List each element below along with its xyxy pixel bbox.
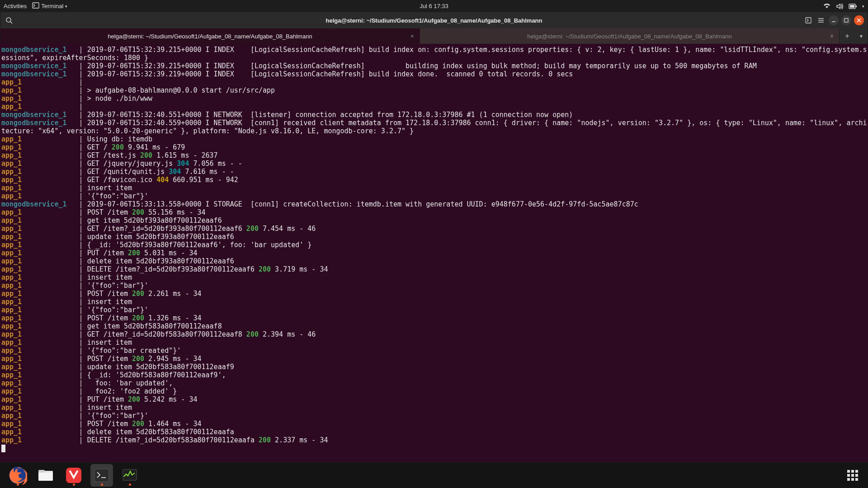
terminal-tab-2[interactable]: helga@sterni: ~/Studium/Geosoft1/Aufgabe… xyxy=(420,28,840,44)
svg-rect-12 xyxy=(94,469,109,482)
svg-rect-3 xyxy=(850,5,854,8)
svg-rect-11 xyxy=(66,468,81,483)
tab-label: helga@sterni: ~/Studium/Geosoft1/Aufgabe… xyxy=(108,33,312,40)
svg-rect-9 xyxy=(38,470,45,473)
hamburger-menu[interactable] xyxy=(816,15,826,25)
dock xyxy=(0,463,868,488)
search-button[interactable] xyxy=(4,15,14,25)
close-button[interactable] xyxy=(854,15,864,25)
clock[interactable]: Jul 6 17:33 xyxy=(420,3,448,9)
show-applications[interactable] xyxy=(847,470,858,481)
svg-rect-2 xyxy=(856,5,857,7)
maximize-button[interactable] xyxy=(841,15,851,25)
volume-icon[interactable] xyxy=(836,3,843,10)
svg-rect-0 xyxy=(33,3,39,8)
window-headerbar: helga@sterni: ~/Studium/Geosoft1/Aufgabe… xyxy=(0,12,868,28)
svg-point-4 xyxy=(6,18,11,22)
close-icon[interactable]: × xyxy=(830,33,834,40)
dock-vivaldi[interactable] xyxy=(62,464,85,487)
new-tab-button[interactable] xyxy=(803,15,813,25)
gnome-top-bar: Activities Terminal ▾ Jul 6 17:33 ▾ xyxy=(0,0,868,12)
window-title: helga@sterni: ~/Studium/Geosoft1/Aufgabe… xyxy=(326,17,542,24)
chevron-down-icon: ▾ xyxy=(65,4,67,9)
terminal-output[interactable]: mongodbservice_1 | 2019-07-06T15:32:39.2… xyxy=(0,44,868,462)
wifi-icon[interactable] xyxy=(823,3,830,10)
battery-icon[interactable] xyxy=(849,4,857,9)
dock-files[interactable] xyxy=(34,464,57,487)
svg-rect-10 xyxy=(38,473,53,481)
terminal-tabbar: helga@sterni: ~/Studium/Geosoft1/Aufgabe… xyxy=(0,28,868,44)
close-icon[interactable]: × xyxy=(410,33,414,40)
terminal-tab-1[interactable]: helga@sterni: ~/Studium/Geosoft1/Aufgabe… xyxy=(0,28,420,44)
app-menu[interactable]: Terminal ▾ xyxy=(32,2,67,10)
svg-rect-6 xyxy=(844,19,848,22)
terminal-icon xyxy=(32,2,39,10)
activities-button[interactable]: Activities xyxy=(4,3,27,9)
dock-system-monitor[interactable] xyxy=(118,464,141,487)
tab-label: helga@sterni: ~/Studium/Geosoft1/Aufgabe… xyxy=(527,33,731,40)
app-menu-label: Terminal xyxy=(41,3,63,9)
minimize-button[interactable] xyxy=(829,15,839,25)
dock-terminal[interactable] xyxy=(90,464,113,487)
new-tab-plus[interactable]: + xyxy=(840,28,855,44)
chevron-down-icon[interactable]: ▾ xyxy=(862,4,864,9)
tab-menu-arrow[interactable]: ▾ xyxy=(855,28,868,44)
dock-firefox[interactable] xyxy=(6,464,29,487)
